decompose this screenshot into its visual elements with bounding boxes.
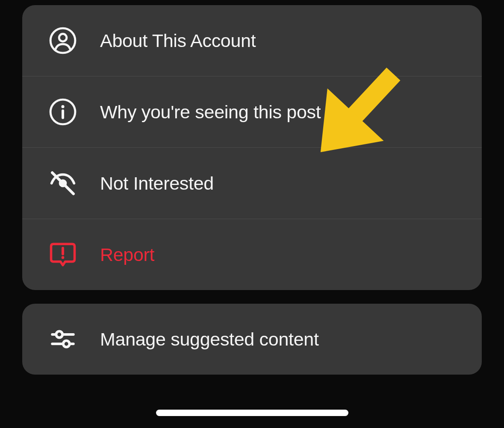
action-sheet-menu: About This Account Why you're seeing thi… bbox=[0, 0, 504, 375]
about-account-label: About This Account bbox=[100, 30, 256, 51]
why-seeing-item[interactable]: Why you're seeing this post bbox=[22, 76, 482, 148]
person-circle-icon bbox=[48, 26, 78, 56]
menu-group-secondary: Manage suggested content bbox=[22, 304, 482, 375]
report-item[interactable]: Report bbox=[22, 219, 482, 290]
about-account-item[interactable]: About This Account bbox=[22, 5, 482, 76]
svg-point-10 bbox=[56, 331, 62, 338]
report-label: Report bbox=[100, 244, 154, 265]
svg-point-1 bbox=[59, 34, 67, 41]
eye-slash-icon bbox=[48, 168, 78, 198]
manage-suggested-item[interactable]: Manage suggested content bbox=[22, 304, 482, 375]
why-seeing-label: Why you're seeing this post bbox=[100, 102, 321, 123]
svg-point-8 bbox=[62, 256, 65, 259]
report-icon bbox=[48, 240, 78, 270]
info-icon bbox=[48, 97, 78, 127]
not-interested-item[interactable]: Not Interested bbox=[22, 148, 482, 219]
not-interested-label: Not Interested bbox=[100, 173, 214, 194]
home-indicator[interactable] bbox=[156, 410, 348, 416]
manage-suggested-label: Manage suggested content bbox=[100, 329, 319, 350]
menu-group-primary: About This Account Why you're seeing thi… bbox=[22, 5, 482, 290]
svg-point-12 bbox=[63, 341, 70, 347]
svg-point-3 bbox=[61, 105, 64, 108]
sliders-icon bbox=[48, 324, 78, 354]
